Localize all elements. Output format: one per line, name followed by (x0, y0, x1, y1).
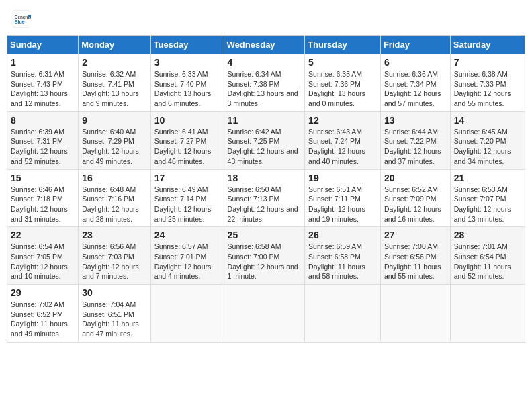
col-header-saturday: Saturday (450, 36, 525, 54)
day-detail: Sunrise: 7:00 AMSunset: 6:56 PMDaylight:… (384, 242, 447, 281)
svg-text:Blue: Blue (15, 19, 25, 24)
day-number: 10 (154, 115, 220, 126)
calendar-cell (450, 285, 525, 342)
day-number: 17 (154, 173, 220, 183)
day-detail: Sunrise: 6:56 AMSunset: 7:03 PMDaylight:… (82, 242, 146, 281)
calendar-cell: 28Sunrise: 7:01 AMSunset: 6:54 PMDayligh… (450, 227, 525, 285)
day-number: 4 (228, 57, 302, 68)
day-number: 14 (454, 115, 521, 126)
page-header: General Blue (7, 7, 525, 31)
day-number: 30 (82, 287, 146, 298)
day-detail: Sunrise: 6:57 AMSunset: 7:01 PMDaylight:… (154, 242, 220, 281)
calendar-cell: 30Sunrise: 7:04 AMSunset: 6:51 PMDayligh… (79, 285, 150, 342)
calendar-cell: 4Sunrise: 6:34 AMSunset: 7:38 PMDaylight… (224, 54, 305, 112)
day-number: 9 (82, 115, 146, 126)
day-detail: Sunrise: 6:46 AMSunset: 7:18 PMDaylight:… (11, 185, 75, 224)
day-number: 18 (228, 173, 302, 183)
day-detail: Sunrise: 6:59 AMSunset: 6:58 PMDaylight:… (308, 242, 377, 281)
calendar-cell (224, 285, 305, 342)
col-header-friday: Friday (380, 36, 450, 54)
calendar-week-1: 1Sunrise: 6:31 AMSunset: 7:43 PMDaylight… (7, 54, 525, 112)
day-number: 28 (454, 230, 521, 240)
day-detail: Sunrise: 6:54 AMSunset: 7:05 PMDaylight:… (11, 242, 75, 281)
day-detail: Sunrise: 7:01 AMSunset: 6:54 PMDaylight:… (454, 242, 521, 281)
calendar-cell (150, 285, 224, 342)
day-number: 25 (228, 230, 302, 240)
col-header-monday: Monday (79, 36, 150, 54)
day-detail: Sunrise: 6:32 AMSunset: 7:41 PMDaylight:… (82, 69, 146, 109)
col-header-thursday: Thursday (305, 36, 381, 54)
col-header-sunday: Sunday (7, 36, 79, 54)
col-header-tuesday: Tuesday (150, 36, 224, 54)
calendar-table: SundayMondayTuesdayWednesdayThursdayFrid… (7, 35, 525, 342)
calendar-cell: 23Sunrise: 6:56 AMSunset: 7:03 PMDayligh… (79, 227, 150, 285)
calendar-cell: 7Sunrise: 6:38 AMSunset: 7:33 PMDaylight… (450, 54, 525, 112)
calendar-cell (380, 285, 450, 342)
calendar-cell: 10Sunrise: 6:41 AMSunset: 7:27 PMDayligh… (150, 111, 224, 169)
day-number: 6 (384, 57, 447, 68)
calendar-cell: 17Sunrise: 6:49 AMSunset: 7:14 PMDayligh… (150, 169, 224, 227)
day-number: 23 (82, 230, 146, 240)
day-number: 5 (308, 57, 377, 68)
day-detail: Sunrise: 6:48 AMSunset: 7:16 PMDaylight:… (82, 185, 146, 224)
day-number: 22 (11, 230, 75, 240)
calendar-cell: 15Sunrise: 6:46 AMSunset: 7:18 PMDayligh… (7, 169, 79, 227)
calendar-cell: 14Sunrise: 6:45 AMSunset: 7:20 PMDayligh… (450, 111, 525, 169)
day-detail: Sunrise: 6:35 AMSunset: 7:36 PMDaylight:… (308, 69, 377, 109)
day-number: 7 (454, 57, 521, 68)
day-detail: Sunrise: 6:36 AMSunset: 7:34 PMDaylight:… (384, 69, 447, 109)
col-header-wednesday: Wednesday (224, 36, 305, 54)
day-detail: Sunrise: 6:51 AMSunset: 7:11 PMDaylight:… (308, 185, 377, 224)
day-detail: Sunrise: 6:44 AMSunset: 7:22 PMDaylight:… (384, 127, 447, 167)
day-number: 13 (384, 115, 447, 126)
day-detail: Sunrise: 6:43 AMSunset: 7:24 PMDaylight:… (308, 127, 377, 167)
day-detail: Sunrise: 6:39 AMSunset: 7:31 PMDaylight:… (11, 127, 75, 167)
day-detail: Sunrise: 7:02 AMSunset: 6:52 PMDaylight:… (11, 300, 75, 339)
calendar-cell: 24Sunrise: 6:57 AMSunset: 7:01 PMDayligh… (150, 227, 224, 285)
day-number: 15 (11, 173, 75, 183)
calendar-cell: 25Sunrise: 6:58 AMSunset: 7:00 PMDayligh… (224, 227, 305, 285)
day-detail: Sunrise: 6:41 AMSunset: 7:27 PMDaylight:… (154, 127, 220, 167)
logo: General Blue (12, 9, 31, 28)
day-detail: Sunrise: 6:49 AMSunset: 7:14 PMDaylight:… (154, 185, 220, 224)
calendar-cell: 2Sunrise: 6:32 AMSunset: 7:41 PMDaylight… (79, 54, 150, 112)
calendar-cell: 8Sunrise: 6:39 AMSunset: 7:31 PMDaylight… (7, 111, 79, 169)
calendar-cell: 22Sunrise: 6:54 AMSunset: 7:05 PMDayligh… (7, 227, 79, 285)
calendar-cell: 5Sunrise: 6:35 AMSunset: 7:36 PMDaylight… (305, 54, 381, 112)
calendar-header: SundayMondayTuesdayWednesdayThursdayFrid… (7, 36, 525, 54)
day-detail: Sunrise: 6:34 AMSunset: 7:38 PMDaylight:… (228, 69, 302, 109)
calendar-cell: 16Sunrise: 6:48 AMSunset: 7:16 PMDayligh… (79, 169, 150, 227)
day-detail: Sunrise: 6:52 AMSunset: 7:09 PMDaylight:… (384, 185, 447, 224)
day-detail: Sunrise: 6:50 AMSunset: 7:13 PMDaylight:… (228, 185, 302, 224)
calendar-cell: 3Sunrise: 6:33 AMSunset: 7:40 PMDaylight… (150, 54, 224, 112)
day-number: 3 (154, 57, 220, 68)
day-detail: Sunrise: 6:40 AMSunset: 7:29 PMDaylight:… (82, 127, 146, 167)
day-detail: Sunrise: 6:33 AMSunset: 7:40 PMDaylight:… (154, 69, 220, 109)
calendar-week-3: 15Sunrise: 6:46 AMSunset: 7:18 PMDayligh… (7, 169, 525, 227)
calendar-cell: 12Sunrise: 6:43 AMSunset: 7:24 PMDayligh… (305, 111, 381, 169)
day-number: 29 (11, 287, 75, 298)
calendar-cell: 19Sunrise: 6:51 AMSunset: 7:11 PMDayligh… (305, 169, 381, 227)
calendar-cell: 11Sunrise: 6:42 AMSunset: 7:25 PMDayligh… (224, 111, 305, 169)
day-number: 12 (308, 115, 377, 126)
day-number: 27 (384, 230, 447, 240)
calendar-cell: 13Sunrise: 6:44 AMSunset: 7:22 PMDayligh… (380, 111, 450, 169)
day-number: 19 (308, 173, 377, 183)
day-number: 2 (82, 57, 146, 68)
calendar-week-2: 8Sunrise: 6:39 AMSunset: 7:31 PMDaylight… (7, 111, 525, 169)
calendar-cell: 1Sunrise: 6:31 AMSunset: 7:43 PMDaylight… (7, 54, 79, 112)
day-number: 11 (228, 115, 302, 126)
calendar-cell: 21Sunrise: 6:53 AMSunset: 7:07 PMDayligh… (450, 169, 525, 227)
calendar-cell: 29Sunrise: 7:02 AMSunset: 6:52 PMDayligh… (7, 285, 79, 342)
day-number: 16 (82, 173, 146, 183)
logo-icon: General Blue (12, 9, 31, 28)
day-detail: Sunrise: 6:31 AMSunset: 7:43 PMDaylight:… (11, 69, 75, 109)
calendar-cell (305, 285, 381, 342)
day-detail: Sunrise: 6:45 AMSunset: 7:20 PMDaylight:… (454, 127, 521, 167)
day-number: 20 (384, 173, 447, 183)
calendar-cell: 18Sunrise: 6:50 AMSunset: 7:13 PMDayligh… (224, 169, 305, 227)
day-detail: Sunrise: 6:38 AMSunset: 7:33 PMDaylight:… (454, 69, 521, 109)
calendar-cell: 9Sunrise: 6:40 AMSunset: 7:29 PMDaylight… (79, 111, 150, 169)
calendar-cell: 27Sunrise: 7:00 AMSunset: 6:56 PMDayligh… (380, 227, 450, 285)
day-number: 24 (154, 230, 220, 240)
